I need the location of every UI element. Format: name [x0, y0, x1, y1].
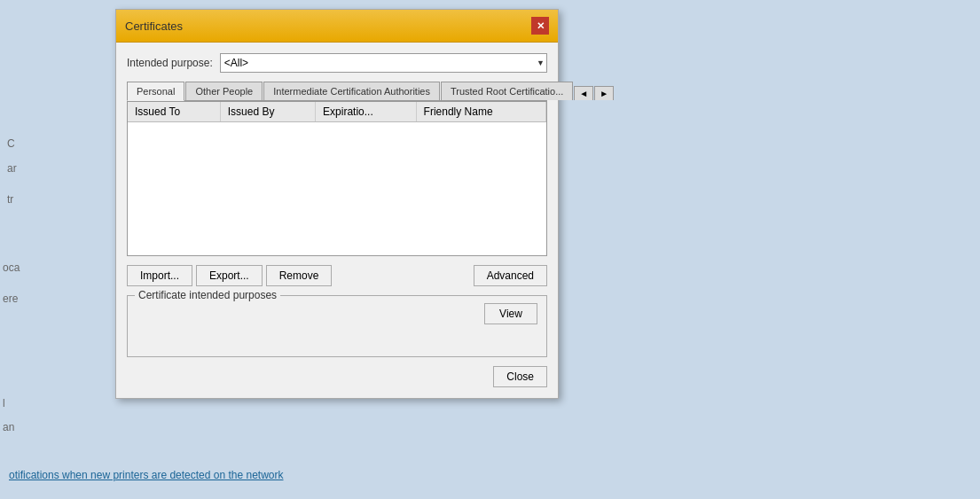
table-header-row: Issued To Issued By Expiratio... Friendl…	[128, 102, 546, 122]
view-btn-container: View	[484, 303, 537, 324]
certificates-dialog: Certificates ✕ Intended purpose: <All> ▼…	[115, 9, 559, 399]
close-row: Close	[127, 366, 547, 387]
intended-purpose-select[interactable]: <All>	[220, 53, 547, 73]
bg-text-c: C	[7, 137, 15, 150]
tab-other-people[interactable]: Other People	[185, 82, 263, 100]
remove-button[interactable]: Remove	[266, 265, 333, 286]
tab-trusted-root[interactable]: Trusted Root Certificatio...	[441, 82, 573, 100]
bg-text-ere: ere	[3, 292, 18, 305]
col-expiration[interactable]: Expiratio...	[316, 102, 417, 122]
tab-nav-prev[interactable]: ◄	[574, 86, 593, 100]
buttons-row: Import... Export... Remove Advanced	[127, 265, 547, 286]
cert-purposes-group: Certificate intended purposes View	[127, 295, 547, 357]
dialog-close-button[interactable]: Close	[493, 366, 547, 387]
col-issued-to[interactable]: Issued To	[128, 102, 220, 122]
tab-personal[interactable]: Personal	[127, 82, 184, 101]
intended-purpose-select-wrapper: <All> ▼	[220, 53, 547, 73]
col-friendly-name[interactable]: Friendly Name	[416, 102, 545, 122]
tab-nav-next[interactable]: ►	[594, 86, 614, 100]
bg-text-an: an	[3, 421, 14, 433]
import-button[interactable]: Import...	[127, 265, 192, 286]
bg-text-tr: tr	[7, 193, 13, 206]
export-button[interactable]: Export...	[196, 265, 263, 286]
tab-intermediate-ca[interactable]: Intermediate Certification Authorities	[263, 82, 440, 100]
dialog-titlebar: Certificates ✕	[116, 10, 558, 43]
cert-purposes-content: View	[137, 303, 537, 347]
cert-table: Issued To Issued By Expiratio... Friendl…	[128, 102, 546, 122]
close-icon[interactable]: ✕	[531, 17, 549, 35]
bg-text-oca: oca	[3, 261, 20, 274]
bg-text-l: l	[3, 397, 5, 409]
cert-purposes-legend: Certificate intended purposes	[135, 289, 280, 301]
bottom-notification[interactable]: otifications when new printers are detec…	[0, 469, 980, 481]
cert-table-container: Issued To Issued By Expiratio... Friendl…	[127, 101, 547, 256]
view-button[interactable]: View	[484, 303, 537, 324]
advanced-button[interactable]: Advanced	[474, 265, 547, 286]
dialog-body: Intended purpose: <All> ▼ Personal Other…	[116, 43, 558, 398]
intended-purpose-label: Intended purpose:	[127, 57, 213, 69]
bottom-notification-text: otifications when new printers are detec…	[9, 469, 284, 481]
intended-purpose-row: Intended purpose: <All> ▼	[127, 53, 547, 73]
col-issued-by[interactable]: Issued By	[220, 102, 315, 122]
bg-text-ar: ar	[7, 162, 17, 175]
dialog-title: Certificates	[125, 19, 183, 33]
tabs-container: Personal Other People Intermediate Certi…	[127, 82, 547, 101]
